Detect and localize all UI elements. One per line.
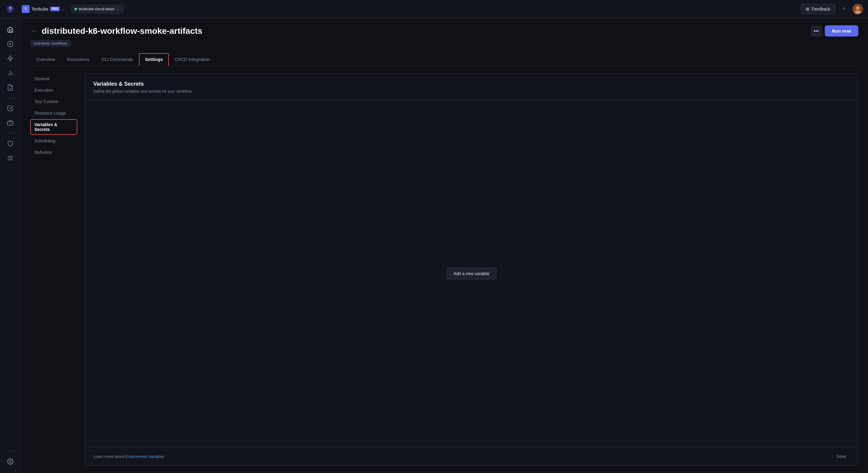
logo-icon[interactable]	[5, 4, 16, 14]
page-header-right: ••• Run now	[811, 25, 858, 36]
settings-nav-definition[interactable]: Definition	[30, 147, 77, 158]
sidebar-item-test-suites[interactable]	[4, 116, 17, 129]
sidebar-divider-2	[5, 133, 15, 133]
sidebar-item-test-runs[interactable]	[4, 37, 17, 51]
back-icon: ←	[31, 28, 37, 34]
svg-point-1	[856, 6, 860, 10]
workflow-tag: core-tests: workflows	[30, 40, 71, 47]
topnav: T Testkube PRO ⌄ testkube-cloud-basic ⌄ …	[0, 0, 868, 18]
feedback-icon: ⊞	[806, 7, 809, 11]
sidebar-item-settings[interactable]	[4, 455, 17, 468]
tab-overview[interactable]: Overview	[30, 53, 61, 66]
workspace-name: Testkube	[31, 7, 48, 11]
footer-text-pre: Learn more about	[93, 454, 125, 459]
sidebar-item-artifacts[interactable]	[4, 81, 17, 94]
settings-nav-variables-secrets[interactable]: Variables & Secrets	[30, 119, 77, 135]
env-variables-link[interactable]: Environment variables	[125, 454, 164, 459]
sidebar-item-tests[interactable]	[4, 102, 17, 115]
main-content: ← distributed-k6-workflow-smoke-artifact…	[21, 18, 868, 473]
settings-nav: General Execution Test Content Resource …	[30, 73, 85, 466]
svg-marker-6	[7, 56, 13, 61]
svg-point-17	[9, 461, 11, 463]
workspace-avatar: T	[22, 5, 30, 13]
page-header: ← distributed-k6-workflow-smoke-artifact…	[30, 25, 858, 36]
topnav-right: ⊞ Feedback ?	[801, 4, 863, 14]
settings-nav-scheduling[interactable]: Scheduling	[30, 135, 77, 146]
pro-badge: PRO	[50, 7, 60, 11]
env-name: testkube-cloud-basic	[79, 7, 115, 11]
back-button[interactable]: ←	[30, 27, 38, 35]
panel-header: Variables & Secrets Define the global va…	[85, 74, 858, 100]
panel-body: Add a new variable	[85, 100, 858, 447]
tab-cli-commands[interactable]: CLI Commands	[95, 53, 139, 66]
more-options-button[interactable]: •••	[811, 26, 822, 36]
tab-cicd[interactable]: CI/CD Integration	[169, 53, 216, 66]
sidebar-divider-1	[5, 98, 15, 98]
main-layout: ← distributed-k6-workflow-smoke-artifact…	[0, 18, 868, 473]
sidebar-item-analytics[interactable]	[4, 66, 17, 80]
footer-learn-text: Learn more about Environment variables	[93, 454, 164, 459]
environment-selector[interactable]: testkube-cloud-basic ⌄	[71, 4, 124, 13]
sidebar	[0, 18, 21, 473]
settings-nav-resource-usage[interactable]: Resource Usage	[30, 108, 77, 119]
chevron-down-icon: ⌄	[117, 7, 120, 11]
user-avatar[interactable]	[852, 4, 863, 14]
page-title: distributed-k6-workflow-smoke-artifacts	[42, 26, 203, 36]
workspace-button[interactable]: T Testkube PRO ⌄	[19, 4, 67, 14]
settings-nav-execution[interactable]: Execution	[30, 85, 77, 96]
feedback-label: Feedback	[812, 7, 830, 11]
tab-executions[interactable]: Executions	[61, 53, 95, 66]
inner-layout: General Execution Test Content Resource …	[30, 73, 858, 466]
settings-panel: Variables & Secrets Define the global va…	[85, 73, 858, 466]
sidebar-item-logs[interactable]	[4, 151, 17, 165]
panel-description: Define the global variables and secrets …	[93, 89, 849, 94]
page-header-left: ← distributed-k6-workflow-smoke-artifact…	[30, 26, 203, 36]
page-tags: core-tests: workflows	[30, 40, 858, 47]
panel-footer: Learn more about Environment variables S…	[85, 447, 858, 466]
env-status-dot	[74, 8, 77, 10]
help-button[interactable]: ?	[839, 4, 849, 14]
sidebar-item-triggers[interactable]	[4, 52, 17, 65]
save-button[interactable]: Save	[833, 452, 849, 461]
add-variable-button[interactable]: Add a new variable	[446, 268, 496, 279]
settings-nav-test-content[interactable]: Test Content	[30, 96, 77, 107]
sidebar-item-security[interactable]	[4, 137, 17, 150]
chevron-down-icon: ⌄	[62, 7, 65, 11]
feedback-button[interactable]: ⊞ Feedback	[801, 4, 835, 14]
panel-title: Variables & Secrets	[93, 81, 849, 87]
tab-settings[interactable]: Settings	[139, 53, 169, 66]
settings-nav-general[interactable]: General	[30, 73, 77, 84]
sidebar-item-home[interactable]	[4, 23, 17, 36]
tabs: Overview Executions CLI Commands Setting…	[30, 53, 858, 66]
sidebar-bottom	[4, 448, 17, 468]
more-icon: •••	[814, 28, 819, 34]
run-now-button[interactable]: Run now	[825, 25, 858, 36]
